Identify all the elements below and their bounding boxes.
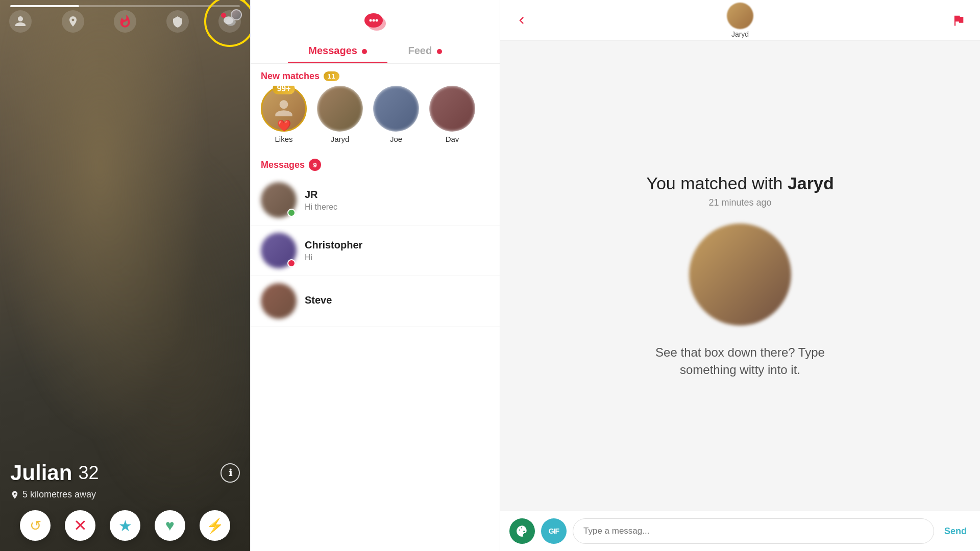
chat-header: Jaryd [500, 0, 980, 41]
card-user-info: Julian 32 ℹ 5 kilometres away [10, 461, 240, 500]
user-name-row: Julian 32 ℹ [10, 461, 240, 485]
report-flag-button[interactable] [947, 9, 970, 32]
joe-name: Joe [390, 135, 402, 143]
svg-point-6 [370, 19, 372, 22]
location-icon-button[interactable] [62, 10, 84, 33]
match-time: 21 minutes ago [708, 197, 771, 208]
new-matches-count: 11 [324, 71, 339, 81]
likes-button[interactable]: 99+ ❤️ Likes [261, 86, 307, 143]
card-header-icons [0, 10, 250, 33]
gif-label: GIF [549, 527, 559, 535]
card-progress-bar [10, 5, 240, 7]
card-progress-fill [10, 5, 79, 7]
profile-icon-button[interactable] [9, 10, 32, 33]
match-item-joe[interactable]: Joe [373, 86, 419, 143]
likes-count: 99+ [273, 86, 295, 94]
christopher-online-indicator [287, 259, 296, 267]
tinder-logo-button[interactable] [114, 10, 136, 33]
feed-tab-dot [437, 49, 442, 54]
boost-button[interactable]: ⚡ [200, 510, 230, 541]
like-button[interactable]: ♥ [155, 510, 185, 541]
boost-icon-button[interactable] [166, 10, 189, 33]
match-description: See that box down there? Type something … [643, 344, 837, 378]
pin-icon [10, 490, 19, 499]
message-item-steve[interactable]: Steve [251, 276, 500, 327]
flame-icon [118, 14, 132, 29]
dislike-button[interactable]: ✕ [65, 510, 95, 541]
messages-list: JR Hi therec Christopher Hi Steve [251, 175, 500, 551]
rewind-button[interactable]: ↺ [20, 510, 51, 541]
gif-sticker-button[interactable] [509, 518, 535, 544]
messages-header: Messages Feed [251, 0, 500, 64]
tab-messages[interactable]: Messages [288, 40, 387, 63]
chat-match-area: You matched with Jaryd 21 minutes ago Se… [500, 41, 980, 511]
swipe-card-panel: Julian 32 ℹ 5 kilometres away ↺ ✕ ★ ♥ ⚡ [0, 0, 250, 551]
chat-user-avatar [727, 3, 753, 29]
steve-avatar [261, 283, 297, 319]
match-item-jaryd[interactable]: Jaryd [317, 86, 363, 143]
likes-label: Likes [275, 135, 292, 143]
message-input[interactable] [573, 518, 934, 544]
new-matches-label: New matches [261, 71, 320, 82]
message-item-christopher[interactable]: Christopher Hi [251, 226, 500, 276]
jr-online-indicator [287, 209, 296, 217]
tab-feed[interactable]: Feed [387, 40, 462, 63]
user-first-name: Julian [10, 461, 72, 485]
steve-name: Steve [305, 294, 489, 306]
chat-input-area: GIF Send [500, 511, 980, 551]
jr-preview: Hi therec [305, 203, 489, 212]
christopher-name: Christopher [305, 239, 489, 251]
gif-button[interactable]: GIF [541, 518, 567, 544]
match-big-avatar [689, 223, 791, 325]
messages-tab-dot [362, 49, 367, 54]
user-info-button[interactable]: ℹ [220, 463, 240, 483]
jr-message-content: JR Hi therec [305, 189, 489, 212]
jr-name: JR [305, 189, 489, 201]
new-matches-row: 99+ ❤️ Likes Jaryd Joe [251, 86, 500, 152]
jr-avatar [261, 182, 297, 218]
user-location: 5 kilometres away [10, 489, 240, 500]
user-age: 32 [78, 462, 99, 484]
match-title-name: Jaryd [788, 173, 834, 193]
person-icon [14, 15, 27, 28]
messages-count-badge: 9 [309, 159, 321, 171]
svg-point-8 [376, 19, 378, 22]
new-matches-section-header: New matches 11 [251, 64, 500, 86]
svg-point-7 [373, 19, 375, 22]
likes-person-icon [274, 98, 294, 119]
dav-avatar [429, 86, 475, 132]
steve-message-content: Steve [305, 294, 489, 308]
tab-feed-label: Feed [408, 45, 432, 56]
match-title: You matched with Jaryd [646, 173, 834, 193]
card-action-buttons: ↺ ✕ ★ ♥ ⚡ [0, 510, 250, 541]
location-icon [67, 15, 79, 28]
back-arrow-icon [514, 13, 529, 28]
messages-icon-wrapper [218, 10, 241, 33]
tab-messages-label: Messages [308, 45, 357, 56]
christopher-preview: Hi [305, 253, 489, 262]
messages-top-bar [261, 7, 489, 35]
messages-section-label: Messages [261, 160, 305, 170]
chat-username: Jaryd [731, 30, 749, 38]
jaryd-avatar [317, 86, 363, 132]
match-item-dav[interactable]: Dav [429, 86, 475, 143]
superlike-button[interactable]: ★ [110, 510, 140, 541]
dav-name: Dav [446, 135, 459, 143]
message-item-jr[interactable]: JR Hi therec [251, 175, 500, 226]
joe-avatar [373, 86, 419, 132]
back-button[interactable] [510, 9, 533, 32]
messages-section-header: Messages 9 [251, 152, 500, 175]
likes-heart-icon: ❤️ [277, 119, 291, 133]
flag-icon [951, 13, 966, 28]
matches-header-icon [362, 9, 388, 35]
match-title-prefix: You matched with [646, 173, 782, 193]
send-button[interactable]: Send [940, 526, 971, 537]
chat-user-info: Jaryd [727, 3, 753, 38]
sticker-icon [516, 524, 529, 538]
jaryd-name: Jaryd [331, 135, 350, 143]
christopher-message-content: Christopher Hi [305, 239, 489, 262]
chat-panel: Jaryd You matched with Jaryd 21 minutes … [500, 0, 980, 551]
shield-icon [172, 15, 184, 28]
messages-panel: Messages Feed New matches 11 99+ ❤️ Like… [250, 0, 500, 551]
christopher-avatar [261, 233, 297, 268]
